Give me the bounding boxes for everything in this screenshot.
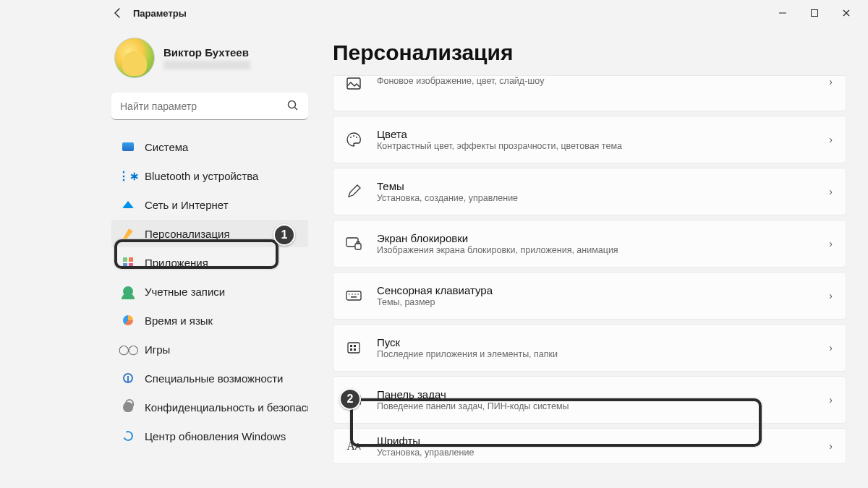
card-lockscreen[interactable]: Экран блокировкиИзображения экрана блоки… [333,220,846,267]
lock-screen-icon [344,236,364,252]
palette-icon [344,132,364,147]
nav-bluetooth[interactable]: ⋮∗Bluetooth и устройства [111,162,308,189]
svg-point-11 [349,294,350,295]
image-icon [344,76,364,92]
app-title: Параметры [133,8,187,19]
search-box[interactable] [111,93,308,120]
nav-accounts[interactable]: Учетные записи [111,278,308,305]
back-button[interactable] [107,3,127,23]
window-controls [767,1,862,25]
svg-rect-17 [350,345,352,347]
clock-icon [122,314,135,327]
nav-label: Специальные возможности [145,372,284,385]
svg-point-2 [289,101,296,108]
nav-network[interactable]: Сеть и Интернет [111,191,308,218]
bluetooth-icon: ⋮∗ [122,169,135,182]
shield-icon [122,401,135,414]
close-button[interactable] [830,1,862,25]
title-bar: Параметры [101,0,868,26]
nav-label: Время и язык [145,314,213,327]
chevron-right-icon: › [829,76,833,87]
nav-accessibility[interactable]: Специальные возможности [111,364,308,392]
nav-label: Учетные записи [145,286,225,298]
nav-label: Конфиденциальность и безопасность [145,401,308,414]
chevron-right-icon: › [829,342,833,354]
card-sub: Темы, размер [377,297,816,307]
card-title: Пуск [377,336,816,348]
annotation-badge-1: 1 [273,224,295,246]
svg-point-14 [357,294,359,295]
card-sub: Установка, создание, управление [377,193,816,203]
nav-apps[interactable]: Приложения [111,249,308,276]
svg-rect-15 [351,296,357,298]
accessibility-icon [122,372,135,385]
card-colors[interactable]: ЦветаКонтрастный цвет, эффекты прозрачно… [333,116,846,163]
update-icon [122,429,135,442]
card-fonts[interactable]: AA ШрифтыУстановка, управление › [333,428,846,464]
svg-rect-9 [355,244,361,249]
main-panel: Персонализация Фоновое изображение, цвет… [318,26,868,488]
pen-icon [344,184,364,200]
card-title: Темы [377,180,816,192]
nav-label: Игры [145,343,170,356]
svg-point-13 [354,294,356,295]
card-start[interactable]: ПускПоследние приложения и элементы, пап… [333,324,846,372]
svg-point-7 [356,137,357,138]
keyboard-icon [344,289,364,302]
chevron-right-icon: › [829,186,833,197]
apps-icon [122,256,135,269]
card-touch-keyboard[interactable]: Сенсорная клавиатураТемы, размер › [333,272,846,320]
card-taskbar[interactable]: Панель задачПоведение панели задач, ПИН-… [333,376,846,424]
chevron-right-icon: › [829,440,833,452]
card-background[interactable]: Фоновое изображение, цвет, слайд-шоу › [333,75,846,111]
card-sub: Фоновое изображение, цвет, слайд-шоу [377,76,816,86]
svg-rect-10 [346,291,361,300]
svg-point-12 [352,294,353,295]
page-title: Персонализация [333,40,846,65]
search-icon [286,99,299,115]
nav-system[interactable]: Система [111,133,308,160]
settings-cards: Фоновое изображение, цвет, слайд-шоу › Ц… [333,75,846,464]
svg-line-3 [295,108,298,111]
nav-gaming[interactable]: ◯◯Игры [111,335,308,363]
svg-rect-18 [354,345,356,347]
search-input[interactable] [111,93,308,120]
chevron-right-icon: › [829,394,833,406]
svg-point-6 [353,135,354,137]
annotation-badge-2: 2 [339,388,361,410]
svg-point-5 [350,137,352,138]
nav-privacy[interactable]: Конфиденциальность и безопасность [111,393,308,421]
nav-label: Bluetooth и устройства [145,170,258,182]
chevron-right-icon: › [829,290,833,301]
card-sub: Изображения экрана блокировки, приложени… [377,245,816,255]
nav-label: Сеть и Интернет [145,199,229,211]
card-title: Шрифты [377,435,816,447]
card-title: Панель задач [377,388,816,401]
minimize-button[interactable] [767,1,799,25]
card-title: Сенсорная клавиатура [377,284,816,296]
sidebar: Виктор Бухтеев Система ⋮∗Bluetooth и уст… [101,26,318,488]
card-sub: Поведение панели задач, ПИН-коды системы [377,401,816,411]
settings-window: Параметры Виктор Бухтеев С [101,0,868,488]
wifi-icon [122,198,135,211]
card-title: Цвета [377,128,816,140]
fonts-icon: AA [344,440,364,453]
card-themes[interactable]: ТемыУстановка, создание, управление › [333,168,846,215]
profile-name: Виктор Бухтеев [163,46,250,59]
person-icon [122,285,135,298]
system-icon [122,140,135,153]
nav-time[interactable]: Время и язык [111,307,308,334]
start-icon [344,340,364,356]
nav-update[interactable]: Центр обновления Windows [111,422,308,450]
profile-block[interactable]: Виктор Бухтеев [111,32,308,91]
nav-label: Система [145,141,188,153]
maximize-button[interactable] [799,1,830,25]
gamepad-icon: ◯◯ [122,343,135,356]
chevron-right-icon: › [829,238,833,249]
profile-email-blurred [163,61,250,69]
brush-icon [122,227,135,240]
svg-rect-20 [354,348,356,351]
avatar [114,38,155,78]
nav-label: Центр обновления Windows [145,430,286,442]
card-sub: Установка, управление [377,448,816,458]
